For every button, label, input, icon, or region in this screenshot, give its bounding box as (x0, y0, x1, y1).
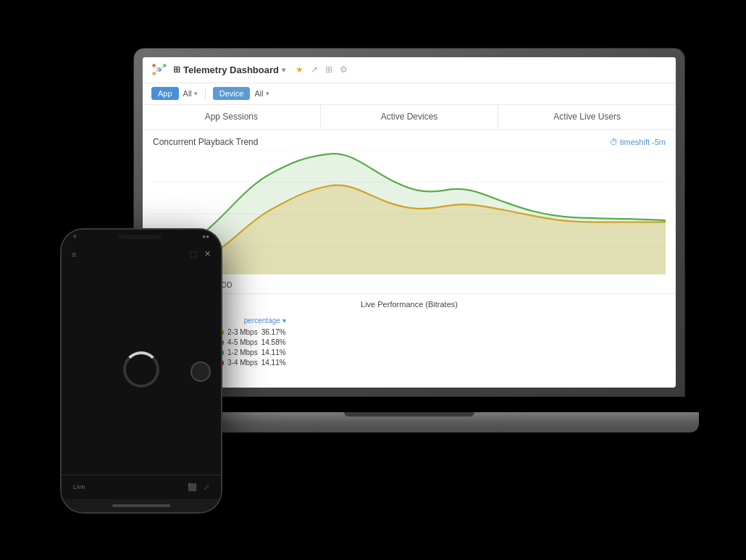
chart-area: Concurrent Playback Trend ⏱ timeshift -5… (143, 130, 676, 293)
phone-statusbar: ≡ ●● (62, 230, 221, 244)
pie-sort-btn[interactable]: percentage ▾ (218, 317, 286, 325)
chart-header: Concurrent Playback Trend ⏱ timeshift -5… (153, 137, 666, 147)
share-icon[interactable]: ↗ (311, 64, 318, 75)
settings-icon[interactable]: ⚙ (340, 64, 348, 75)
tab-app-sessions[interactable]: App Sessions (143, 105, 321, 129)
phone-screen: ≡ ⬚ ✕ Live ⬛ ⤢ (62, 244, 221, 499)
chart-legend: LIVE VOD (153, 281, 666, 289)
timeshift-control[interactable]: ⏱ timeshift -5m (610, 138, 666, 146)
device-filter-btn[interactable]: Device (213, 87, 251, 100)
dashboard-title-text: Telemetry Dashboard (183, 64, 279, 75)
chevron-down-icon-2: ▾ (266, 90, 269, 97)
svg-line-5 (159, 66, 164, 70)
home-bar (112, 504, 170, 507)
phone-cast-icon[interactable]: ⬚ (190, 249, 197, 259)
phone-close-btn[interactable]: ✕ (204, 249, 211, 259)
topbar-icons: ★ ↗ ⊞ ⚙ (296, 64, 348, 75)
all-dropdown-1[interactable]: All ▾ (183, 89, 198, 98)
tab-active-devices[interactable]: Active Devices (321, 105, 499, 129)
dashboard: ⊞ Telemetry Dashboard ▾ ★ ↗ ⊞ ⚙ (143, 57, 676, 388)
phone-top-right: ⬚ ✕ (190, 249, 211, 259)
pie-title: Live Performance (Bitrates) (151, 300, 667, 309)
scene: ⊞ Telemetry Dashboard ▾ ★ ↗ ⊞ ⚙ (62, 34, 684, 527)
phone-menu-btn[interactable]: ≡ (72, 250, 76, 259)
metric-tabs: App Sessions Active Devices Active Live … (143, 105, 676, 130)
logo-icon (151, 62, 167, 78)
filterbar: App All ▾ Device All ▾ (143, 83, 676, 105)
pie-item-1: 4-5 Mbps 14.58% (218, 338, 286, 346)
pie-item-3: 3-4 Mbps 14.11% (218, 359, 286, 367)
star-icon[interactable]: ★ (296, 64, 303, 75)
svg-line-6 (154, 70, 159, 74)
title-dropdown-arrow[interactable]: ▾ (282, 66, 285, 74)
phone-bottom-icons: ⬛ ⤢ (188, 483, 209, 491)
phone-bottombar: Live ⬛ ⤢ (62, 475, 221, 499)
pie-item-2: 1-2 Mbps 14.11% (218, 348, 286, 356)
loading-spinner (123, 351, 159, 388)
chevron-down-icon: ▾ (194, 90, 198, 97)
filter-separator (205, 88, 206, 99)
svg-line-4 (154, 66, 159, 70)
phone: ≡ ●● ≡ ⬚ ✕ Live ⬛ ⤢ (62, 230, 221, 512)
topbar: ⊞ Telemetry Dashboard ▾ ★ ↗ ⊞ ⚙ (143, 57, 676, 83)
phone-camera-btn[interactable] (190, 362, 211, 382)
phone-live-label: Live (73, 483, 85, 490)
phone-expand-icon[interactable]: ⤢ (204, 483, 209, 491)
chart-title: Concurrent Playback Trend (153, 137, 258, 147)
app-filter-btn[interactable]: App (151, 87, 179, 100)
phone-home-indicator (62, 499, 221, 512)
laptop-screen: ⊞ Telemetry Dashboard ▾ ★ ↗ ⊞ ⚙ (143, 57, 676, 388)
phone-notch (118, 235, 162, 239)
pie-legend: percentage ▾ 2-3 Mbps 36.17% 4-5 Mbps (218, 317, 286, 367)
pie-content: percentage ▾ 2-3 Mbps 36.17% 4-5 Mbps (151, 313, 667, 371)
all-dropdown-2[interactable]: All ▾ (254, 89, 269, 98)
save-icon[interactable]: ⊞ (325, 64, 332, 75)
phone-menu-icon: ≡ (73, 233, 77, 240)
phone-screen-icon[interactable]: ⬛ (188, 483, 196, 491)
spinner-area (62, 264, 221, 475)
chart-svg-container: 0 (153, 150, 666, 278)
pie-item-0: 2-3 Mbps 36.17% (218, 328, 286, 336)
chart-svg: 0 (153, 150, 666, 278)
grid-icon: ⊞ (173, 64, 180, 75)
tab-active-live-users[interactable]: Active Live Users (498, 105, 676, 129)
dash-title: ⊞ Telemetry Dashboard ▾ (173, 64, 285, 75)
phone-topbar: ≡ ⬚ ✕ (62, 244, 221, 264)
bottom-section: Live Performance (Bitrates) (143, 293, 676, 388)
phone-signal-icon: ●● (202, 233, 209, 240)
pie-section: Live Performance (Bitrates) (143, 294, 676, 388)
